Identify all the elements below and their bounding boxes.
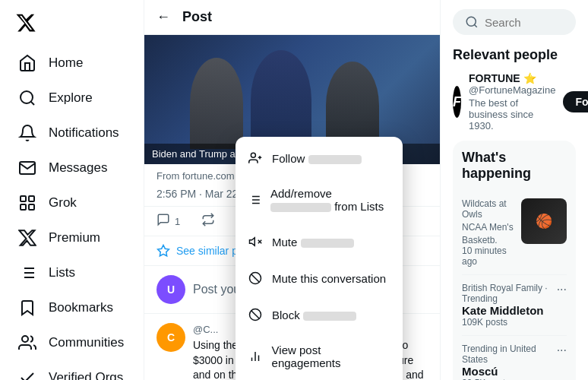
fortune-avatar: F: [453, 86, 461, 118]
svg-line-1: [31, 102, 34, 105]
addremove-icon: [248, 192, 261, 207]
back-button[interactable]: ←: [156, 9, 170, 25]
trending-moscu-name: Moscú: [462, 365, 557, 378]
relevant-person-bio: The best of business since 1930.: [469, 97, 555, 131]
x-logo[interactable]: [9, 6, 134, 42]
sidebar-item-lists-label: Lists: [49, 265, 75, 280]
trending-kate-more[interactable]: ···: [557, 283, 567, 296]
premium-icon: [18, 229, 36, 247]
relevant-person-name: FORTUNE ⭐: [469, 72, 555, 84]
follow-button[interactable]: Following: [563, 91, 588, 112]
comment-icon[interactable]: [156, 213, 170, 230]
context-addremove-label: Add/remove from Lists: [270, 187, 390, 213]
svg-point-12: [22, 336, 28, 342]
comment-count: 1: [175, 216, 180, 227]
trending-moscu-info: Trending in United States Moscú 29.5K po…: [462, 344, 557, 380]
sidebar-item-bookmarks-label: Bookmarks: [49, 300, 113, 315]
sidebar-item-verified-orgs-label: Verified Orgs: [49, 370, 123, 380]
trending-kate-name: Kate Middleton: [462, 304, 557, 317]
sidebar-item-premium[interactable]: Premium: [9, 221, 134, 255]
relevant-person-info: FORTUNE ⭐ @FortuneMagazine The best of b…: [469, 72, 555, 131]
sidebar-item-communities[interactable]: Communities: [9, 326, 134, 359]
sidebar-item-home-label: Home: [49, 55, 83, 71]
svg-line-51: [474, 24, 476, 27]
context-engagements-label: View post engagements: [272, 344, 390, 369]
search-input[interactable]: [485, 16, 564, 29]
sidebar-item-verified-orgs[interactable]: Verified Orgs: [9, 361, 134, 380]
sidebar-item-lists[interactable]: Lists: [9, 256, 134, 290]
communities-icon: [18, 334, 36, 352]
sidebar-item-home[interactable]: Home: [9, 46, 134, 80]
trending-wildcats-name: NCAA Men's Basketb.: [462, 220, 521, 245]
context-menu: Follow Add/remove from Lists Mute Mute t…: [236, 137, 403, 380]
sidebar-item-bookmarks[interactable]: Bookmarks: [9, 291, 134, 325]
user-avatar: U: [156, 275, 185, 304]
trending-wildcats-meta: 10 minutes ago: [462, 245, 521, 267]
bell-icon: [18, 124, 36, 142]
trending-kate-info: British Royal Family · Trending Kate Mid…: [462, 283, 557, 328]
svg-point-50: [466, 17, 476, 26]
svg-rect-3: [29, 196, 34, 201]
context-mute-conversation-label: Mute this conversation: [272, 272, 386, 285]
mail-icon: [18, 159, 36, 177]
relevant-person-handle: @FortuneMagazine: [469, 84, 555, 96]
svg-rect-5: [29, 204, 34, 210]
trending-sports-image: 🏀: [521, 198, 567, 244]
context-mute-conversation[interactable]: Mute this conversation: [236, 260, 403, 296]
search-bar[interactable]: [453, 9, 576, 35]
explore-icon: [18, 89, 36, 107]
sidebar-item-explore[interactable]: Explore: [9, 81, 134, 115]
sparkle-icon: [156, 244, 170, 258]
sidebar-item-premium-label: Premium: [49, 230, 100, 245]
context-view-engagements[interactable]: View post engagements: [236, 333, 403, 380]
trending-wildcats-info: Wildcats at Owls NCAA Men's Basketb. 10 …: [462, 198, 521, 267]
sidebar-item-messages-label: Messages: [49, 160, 107, 176]
left-sidebar: Home Explore Notifications Messages Grok…: [0, 0, 144, 380]
sidebar-item-grok[interactable]: Grok: [9, 186, 134, 220]
search-icon: [465, 15, 479, 29]
trending-item-wildcats[interactable]: Wildcats at Owls NCAA Men's Basketb. 10 …: [462, 191, 567, 275]
relevant-people-section: Relevant people F FORTUNE ⭐ @FortuneMaga…: [453, 47, 576, 131]
verified-orgs-icon: [18, 369, 36, 380]
engagements-icon: [248, 349, 263, 364]
list-icon: [18, 264, 36, 282]
trending-item-moscu[interactable]: Trending in United States Moscú 29.5K po…: [462, 336, 567, 380]
whats-happening-title: What's happening: [462, 150, 567, 182]
trending-moscu-more[interactable]: ···: [557, 344, 567, 357]
trending-wildcats-category: Wildcats at Owls: [462, 198, 521, 220]
block-icon: [248, 307, 263, 322]
trending-item-kate[interactable]: British Royal Family · Trending Kate Mid…: [462, 275, 567, 336]
context-block[interactable]: Block: [236, 296, 403, 333]
context-add-remove[interactable]: Add/remove from Lists: [236, 176, 403, 223]
verified-badge: ⭐: [523, 72, 536, 84]
context-mute[interactable]: Mute: [236, 223, 403, 260]
sidebar-item-grok-label: Grok: [49, 195, 77, 211]
relevant-person: F FORTUNE ⭐ @FortuneMagazine The best of…: [453, 72, 576, 131]
reply-avatar: C: [156, 323, 185, 352]
svg-line-45: [251, 311, 260, 319]
svg-point-30: [251, 153, 255, 157]
mute-convo-icon: [248, 271, 263, 286]
sidebar-item-notifications[interactable]: Notifications: [9, 116, 134, 150]
grok-icon: [18, 194, 36, 212]
retweet-icon[interactable]: [201, 213, 215, 230]
mute-icon: [248, 234, 263, 249]
svg-rect-2: [21, 196, 26, 201]
trending-kate-category: British Royal Family · Trending: [462, 283, 557, 304]
svg-point-0: [21, 91, 33, 103]
post-header-title: Post: [182, 9, 212, 25]
relevant-people-title: Relevant people: [453, 47, 576, 63]
context-follow[interactable]: Follow: [236, 140, 403, 176]
trending-moscu-category: Trending in United States: [462, 344, 557, 365]
home-icon: [18, 54, 36, 72]
sidebar-item-messages[interactable]: Messages: [9, 151, 134, 185]
trending-kate-count: 109K posts: [462, 317, 557, 328]
post-header: ← Post: [144, 0, 440, 35]
whats-happening-section: What's happening Wildcats at Owls NCAA M…: [453, 141, 576, 380]
context-block-label: Block: [272, 309, 356, 321]
svg-line-43: [251, 274, 260, 283]
context-follow-label: Follow: [272, 152, 362, 165]
bookmark-icon: [18, 299, 36, 317]
svg-rect-4: [21, 204, 26, 210]
svg-marker-39: [250, 238, 255, 246]
